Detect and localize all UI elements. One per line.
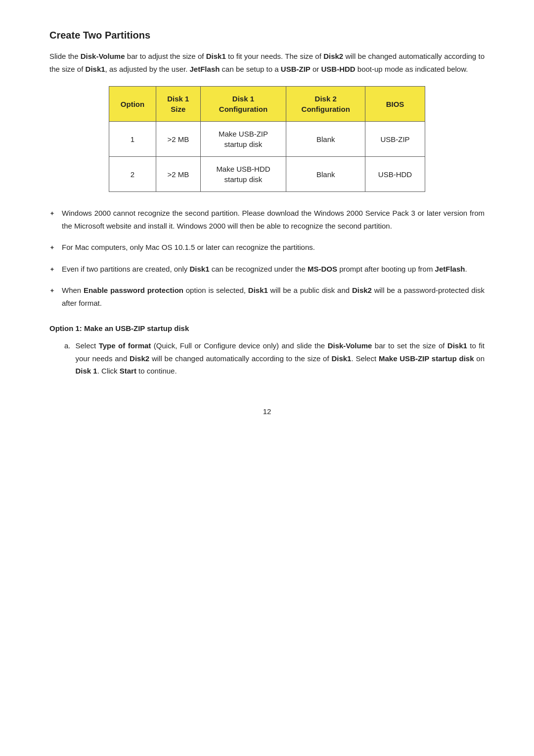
bold-disk1: Disk1 (189, 265, 209, 273)
row1-disk1-size: >2 MB (156, 122, 200, 157)
row2-option: 2 (109, 157, 156, 192)
row1-disk1-config: Make USB-ZIPstartup disk (200, 122, 286, 157)
page-title: Create Two Partitions (49, 30, 485, 41)
sub-section: Option 1: Make an USB-ZIP startup disk a… (49, 324, 485, 378)
intro-bold-diskvolume: Disk-Volume (81, 52, 125, 60)
bold-disk2-2: Disk2 (352, 286, 372, 294)
bold-disk1-2: Disk1 (248, 286, 268, 294)
row1-bios: USB-ZIP (365, 122, 425, 157)
list-item: ✦ Windows 2000 cannot recognize the seco… (49, 207, 485, 232)
col-header-disk1-size: Disk 1Size (156, 87, 200, 122)
row2-bios: USB-HDD (365, 157, 425, 192)
diamond-icon: ✦ (49, 208, 55, 219)
bullet-text-4: When Enable password protection option i… (62, 284, 485, 309)
row1-disk2-config: Blank (286, 122, 365, 157)
step-a: a. Select Type of format (Quick, Full or… (64, 339, 485, 378)
bold-enable-password: Enable password protection (84, 286, 183, 294)
partition-table: Option Disk 1Size Disk 1Configuration Di… (109, 86, 425, 192)
bold-type-format: Type of format (99, 341, 151, 350)
bold-msdos: MS-DOS (308, 265, 337, 273)
list-item: ✦ When Enable password protection option… (49, 284, 485, 309)
bold-disk1-step3: Disk 1 (76, 367, 97, 375)
intro-bold-jetflash: JetFlash (190, 65, 220, 73)
intro-bold-usbhdd: USB-HDD (321, 65, 356, 73)
col-header-disk2-config: Disk 2Configuration (286, 87, 365, 122)
col-header-bios: BIOS (365, 87, 425, 122)
row2-disk1-size: >2 MB (156, 157, 200, 192)
intro-bold-disk1-1: Disk1 (206, 52, 226, 60)
table-row: 2 >2 MB Make USB-HDDstartup disk Blank U… (109, 157, 425, 192)
list-item: ✦ Even if two partitions are created, on… (49, 263, 485, 276)
diamond-icon: ✦ (49, 264, 55, 275)
alpha-steps-list: a. Select Type of format (Quick, Full or… (49, 339, 485, 378)
diamond-icon: ✦ (49, 242, 55, 253)
intro-paragraph: Slide the Disk-Volume bar to adjust the … (49, 50, 485, 75)
row2-disk1-config: Make USB-HDDstartup disk (200, 157, 286, 192)
bold-disk2-step: Disk2 (130, 354, 149, 363)
bullet-list: ✦ Windows 2000 cannot recognize the seco… (49, 207, 485, 309)
bold-diskvolume-2: Disk-Volume (328, 341, 372, 350)
bold-make-usbzip: Make USB-ZIP startup disk (379, 354, 474, 363)
page-number: 12 (49, 407, 485, 416)
intro-bold-disk1-2: Disk1 (86, 65, 105, 73)
row1-option: 1 (109, 122, 156, 157)
col-header-option: Option (109, 87, 156, 122)
list-item: ✦ For Mac computers, only Mac OS 10.1.5 … (49, 241, 485, 254)
sub-section-title: Option 1: Make an USB-ZIP startup disk (49, 324, 485, 332)
bullet-text-2: For Mac computers, only Mac OS 10.1.5 or… (62, 241, 485, 254)
step-letter: a. (64, 339, 71, 352)
row2-disk2-config: Blank (286, 157, 365, 192)
bold-disk1-step: Disk1 (447, 341, 467, 350)
step-a-text: Select Type of format (Quick, Full or Co… (76, 339, 485, 378)
intro-bold-disk2: Disk2 (323, 52, 343, 60)
col-header-disk1-config: Disk 1Configuration (200, 87, 286, 122)
bullet-text-1: Windows 2000 cannot recognize the second… (62, 207, 485, 232)
bold-jetflash: JetFlash (435, 265, 465, 273)
bullet-text-3: Even if two partitions are created, only… (62, 263, 485, 276)
intro-bold-usbzip: USB-ZIP (281, 65, 311, 73)
table-row: 1 >2 MB Make USB-ZIPstartup disk Blank U… (109, 122, 425, 157)
diamond-icon: ✦ (49, 285, 55, 296)
bold-start: Start (120, 367, 136, 375)
bold-disk1-step2: Disk1 (331, 354, 351, 363)
